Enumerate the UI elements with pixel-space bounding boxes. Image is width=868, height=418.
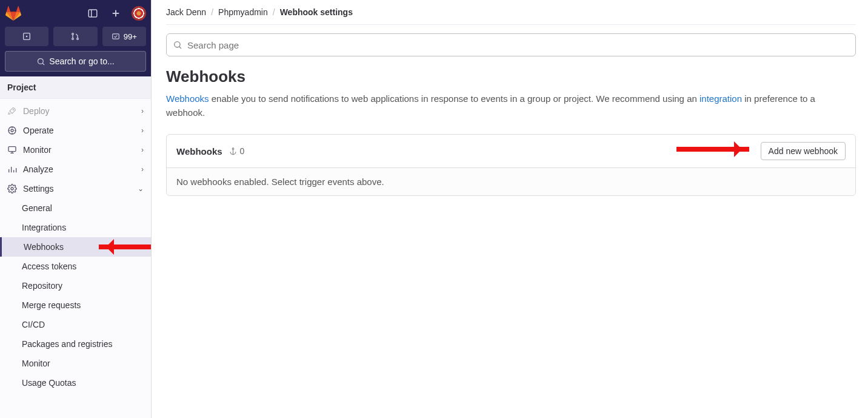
svg-point-14 [11,129,13,132]
svg-point-26 [11,187,13,190]
subnav-monitor[interactable]: Monitor [22,354,151,373]
subnav-cicd[interactable]: CI/CD [22,315,151,334]
merge-requests-button[interactable] [53,27,97,46]
svg-rect-9 [113,34,119,39]
svg-point-6 [72,33,74,35]
sidebar-item-label: Deploy [23,106,50,116]
svg-point-29 [232,147,234,149]
svg-point-12 [13,109,13,110]
breadcrumb-separator: / [273,7,275,17]
subnav-repository[interactable]: Repository [22,276,151,295]
card-title: Webhooks [176,146,222,157]
analyze-icon [7,164,17,174]
search-page-field[interactable] [166,33,856,56]
svg-point-5 [26,36,27,36]
subnav-integrations[interactable]: Integrations [22,218,151,237]
sidebar-item-settings[interactable]: Settings ⌄ [0,179,151,198]
sidebar-section-project[interactable]: Project [0,76,151,99]
breadcrumb-link[interactable]: Phpmyadmin [218,7,268,17]
search-label: Search or go to... [49,56,114,66]
subnav-general[interactable]: General [22,198,151,218]
chevron-right-icon: › [141,107,144,115]
todos-count: 99+ [124,32,137,41]
sidebar-item-operate[interactable]: Operate › [0,121,151,140]
breadcrumb-separator: / [211,7,213,17]
webhooks-card: Webhooks 0 Add new webhook No webhooks e… [166,134,856,196]
sidebar-item-analyze[interactable]: Analyze › [0,160,151,179]
page-description: Webhooks enable you to send notification… [166,92,856,120]
subnav-usage-quotas[interactable]: Usage Quotas [22,373,151,393]
svg-point-8 [77,38,79,40]
annotation-arrow-icon [676,147,749,152]
chevron-down-icon: ⌄ [138,184,144,193]
integration-link[interactable]: integration [699,93,742,104]
sidebar-item-label: Monitor [23,145,52,155]
operate-icon [7,126,17,135]
gear-icon [7,184,17,194]
topbar: 99+ Search or go to... [0,0,151,76]
settings-submenu: General Integrations Webhooks Access tok… [0,198,151,393]
search-page-input[interactable] [187,40,849,50]
subnav-access-tokens[interactable]: Access tokens [22,257,151,276]
sidebar-item-deploy[interactable]: Deploy › [0,101,151,121]
svg-point-7 [72,38,74,40]
user-avatar[interactable] [132,6,146,21]
chevron-right-icon: › [141,146,144,154]
issues-button[interactable] [5,27,48,46]
sidebar-nav: Deploy › Operate › Monitor [0,99,151,418]
sidebar: 99+ Search or go to... Project Deploy › [0,0,152,418]
svg-point-10 [38,58,44,64]
breadcrumb-current: Webhook settings [280,7,353,17]
add-new-webhook-button[interactable]: Add new webhook [761,142,846,160]
webhook-count: 0 [229,146,245,156]
svg-line-11 [42,63,44,65]
desc-text: enable you to send notifications to web … [209,93,699,104]
todos-button[interactable]: 99+ [102,27,146,46]
subnav-merge-requests[interactable]: Merge requests [22,295,151,315]
breadcrumb: Jack Denn / Phpmyadmin / Webhook setting… [166,0,856,25]
rocket-icon [7,106,17,116]
chevron-right-icon: › [141,165,144,174]
search-icon [173,40,182,50]
annotation-arrow-icon [99,244,151,249]
svg-rect-19 [8,147,16,152]
search-button[interactable]: Search or go to... [5,51,146,72]
gitlab-logo[interactable] [5,5,22,22]
plus-icon[interactable] [109,6,123,21]
main-content: Jack Denn / Phpmyadmin / Webhook setting… [152,0,868,418]
chevron-right-icon: › [141,126,144,135]
page-title: Webhooks [166,67,856,86]
subnav-label: Webhooks [24,242,64,252]
webhooks-link[interactable]: Webhooks [166,93,209,104]
anchor-icon [229,147,238,156]
sidebar-item-label: Operate [23,126,54,135]
svg-rect-0 [88,10,97,17]
subnav-webhooks[interactable]: Webhooks [0,237,151,257]
svg-point-27 [175,42,180,47]
card-empty-state: No webhooks enabled. Select trigger even… [167,167,855,195]
sidebar-item-label: Analyze [23,164,53,174]
svg-line-28 [179,47,181,49]
card-header: Webhooks 0 Add new webhook [167,135,855,167]
sidebar-item-monitor[interactable]: Monitor › [0,140,151,160]
subnav-packages[interactable]: Packages and registries [22,334,151,354]
collapse-sidebar-icon[interactable] [85,6,100,21]
sidebar-item-label: Settings [23,184,54,194]
count-value: 0 [240,146,245,156]
breadcrumb-link[interactable]: Jack Denn [166,7,206,17]
monitor-icon [7,145,17,155]
